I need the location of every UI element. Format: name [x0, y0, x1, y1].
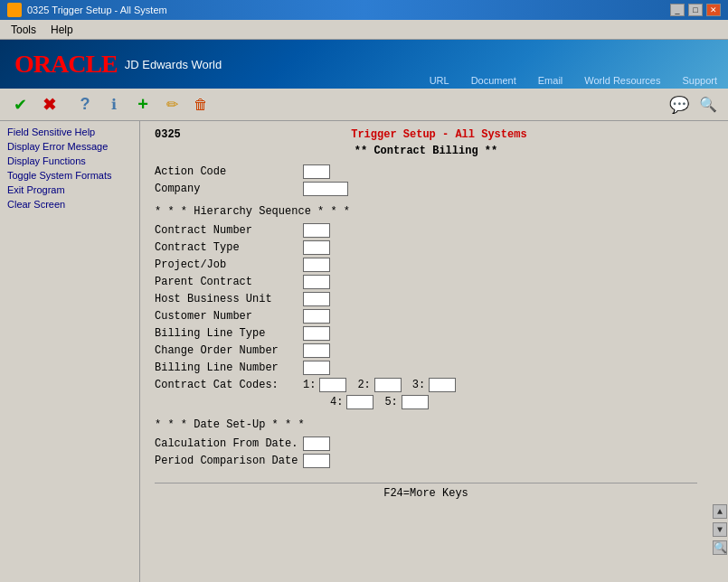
- content-area: 0325 Trigger Setup - All Systems ** Cont…: [140, 121, 712, 582]
- oracle-logo: ORACLE JD Edwards World: [14, 50, 222, 79]
- sidebar-item-exit-program[interactable]: Exit Program: [0, 183, 139, 197]
- change-order-number-label: Change Order Number: [155, 344, 299, 357]
- cat-code-5-input[interactable]: [402, 395, 429, 409]
- sidebar-item-display-error-message[interactable]: Display Error Message: [0, 139, 139, 154]
- billing-line-number-input[interactable]: [303, 361, 330, 375]
- delete-icon: 🗑: [194, 97, 208, 113]
- nav-world-resources[interactable]: World Resources: [573, 72, 671, 89]
- close-button[interactable]: ✕: [706, 4, 721, 16]
- parent-contract-label: Parent Contract: [155, 276, 299, 288]
- chat-button[interactable]: 💬: [667, 93, 692, 117]
- add-icon: +: [137, 94, 148, 115]
- contract-type-input[interactable]: [303, 240, 330, 255]
- jde-text: JD Edwards World: [125, 58, 222, 71]
- company-row: Company: [155, 182, 697, 196]
- cancel-icon: ✖: [43, 95, 56, 115]
- nav-email[interactable]: Email: [527, 72, 574, 89]
- host-business-unit-label: Host Business Unit: [155, 293, 299, 305]
- billing-line-type-label: Billing Line Type: [155, 327, 299, 340]
- billing-line-type-input[interactable]: [303, 326, 330, 341]
- cat-codes-row-1: Contract Cat Codes: 1: 2: 3:: [155, 378, 697, 392]
- nav-document[interactable]: Document: [460, 72, 527, 89]
- right-controls: ▲ ▼ 🔍: [712, 121, 728, 582]
- contract-number-label: Contract Number: [155, 224, 299, 237]
- menu-tools[interactable]: Tools: [4, 22, 43, 38]
- action-code-row: Action Code: [155, 164, 697, 179]
- zoom-button[interactable]: 🔍: [713, 540, 727, 555]
- contract-number-row: Contract Number: [155, 223, 697, 238]
- cat-code-4-input[interactable]: [346, 395, 373, 409]
- cat-code-3-input[interactable]: [429, 378, 456, 392]
- cat-code-4-label: 4:: [330, 396, 343, 408]
- scroll-down-button[interactable]: ▼: [713, 522, 727, 537]
- company-input[interactable]: [303, 182, 348, 196]
- cat-code-2-label: 2:: [357, 379, 370, 391]
- check-button[interactable]: ✔: [7, 93, 33, 117]
- host-business-unit-row: Host Business Unit: [155, 292, 697, 306]
- nav-url[interactable]: URL: [419, 72, 460, 89]
- parent-contract-row: Parent Contract: [155, 275, 697, 289]
- title-bar-icon: ■: [7, 3, 22, 17]
- cat-code-1-input[interactable]: [319, 378, 346, 392]
- cat-code-2-input[interactable]: [374, 378, 402, 392]
- title-bar-buttons: _ □ ✕: [670, 4, 721, 16]
- parent-contract-input[interactable]: [303, 275, 330, 289]
- maximize-button[interactable]: □: [688, 4, 703, 16]
- nav-support[interactable]: Support: [671, 72, 728, 89]
- edit-icon: ✏: [166, 96, 178, 113]
- sidebar: Field Sensitive Help Display Error Messa…: [0, 121, 140, 582]
- period-comparison-input[interactable]: [303, 454, 330, 468]
- contract-number-input[interactable]: [303, 223, 330, 238]
- chat-icon: 💬: [669, 95, 689, 115]
- info-button[interactable]: ℹ: [101, 93, 127, 117]
- billing-line-number-label: Billing Line Number: [155, 361, 299, 374]
- period-comparison-row: Period Comparison Date: [155, 454, 697, 468]
- sidebar-item-toggle-system-formats[interactable]: Toggle System Formats: [0, 168, 139, 183]
- help-button[interactable]: ?: [72, 93, 98, 117]
- change-order-number-row: Change Order Number: [155, 343, 697, 358]
- check-icon: ✔: [14, 95, 27, 115]
- sidebar-item-field-sensitive-help[interactable]: Field Sensitive Help: [0, 125, 139, 139]
- form-header: 0325 Trigger Setup - All Systems: [155, 128, 697, 141]
- main-layout: Field Sensitive Help Display Error Messa…: [0, 121, 728, 582]
- search-icon: 🔍: [699, 96, 717, 113]
- calc-from-date-label: Calculation From Date.: [155, 437, 299, 450]
- change-order-number-input[interactable]: [303, 343, 330, 358]
- cancel-button[interactable]: ✖: [36, 93, 61, 117]
- period-comparison-label: Period Comparison Date: [155, 455, 299, 467]
- question-icon: ?: [80, 95, 90, 114]
- minimize-button[interactable]: _: [670, 4, 685, 16]
- oracle-header: ORACLE JD Edwards World URL Document Ema…: [0, 40, 728, 89]
- action-code-input[interactable]: [303, 164, 330, 179]
- toolbar: ✔ ✖ ? ℹ + ✏ 🗑 💬 🔍: [0, 89, 728, 121]
- footer-bar: F24=More Keys: [155, 483, 697, 503]
- add-button[interactable]: +: [130, 93, 156, 117]
- footer-text: F24=More Keys: [383, 487, 468, 500]
- title-bar: ■ 0325 Trigger Setup - All System _ □ ✕: [0, 0, 728, 20]
- customer-number-input[interactable]: [303, 309, 330, 324]
- host-business-unit-input[interactable]: [303, 292, 330, 306]
- delete-button[interactable]: 🗑: [188, 93, 213, 117]
- menu-help[interactable]: Help: [43, 22, 80, 38]
- oracle-text: ORACLE: [14, 50, 118, 79]
- sidebar-item-display-functions[interactable]: Display Functions: [0, 154, 139, 168]
- cat-code-5-label: 5:: [384, 396, 397, 408]
- info-icon: ℹ: [111, 96, 117, 113]
- form-id: 0325: [155, 128, 181, 141]
- company-label: Company: [155, 183, 299, 195]
- search-toolbar-button[interactable]: 🔍: [695, 93, 721, 117]
- form-title: Trigger Setup - All Systems: [181, 128, 697, 141]
- edit-button[interactable]: ✏: [159, 93, 184, 117]
- cat-codes-label: Contract Cat Codes:: [155, 379, 299, 391]
- scroll-up-button[interactable]: ▲: [713, 504, 727, 519]
- billing-line-number-row: Billing Line Number: [155, 361, 697, 375]
- sidebar-item-clear-screen[interactable]: Clear Screen: [0, 197, 139, 211]
- project-job-row: Project/Job: [155, 258, 697, 272]
- content-wrapper: 0325 Trigger Setup - All Systems ** Cont…: [140, 121, 728, 582]
- project-job-input[interactable]: [303, 258, 330, 272]
- cat-code-3-label: 3:: [412, 379, 425, 391]
- customer-number-row: Customer Number: [155, 309, 697, 324]
- menu-bar: Tools Help: [0, 20, 728, 40]
- calc-from-date-input[interactable]: [303, 436, 330, 451]
- date-setup-header: * * * Date Set-Up * * *: [155, 418, 697, 431]
